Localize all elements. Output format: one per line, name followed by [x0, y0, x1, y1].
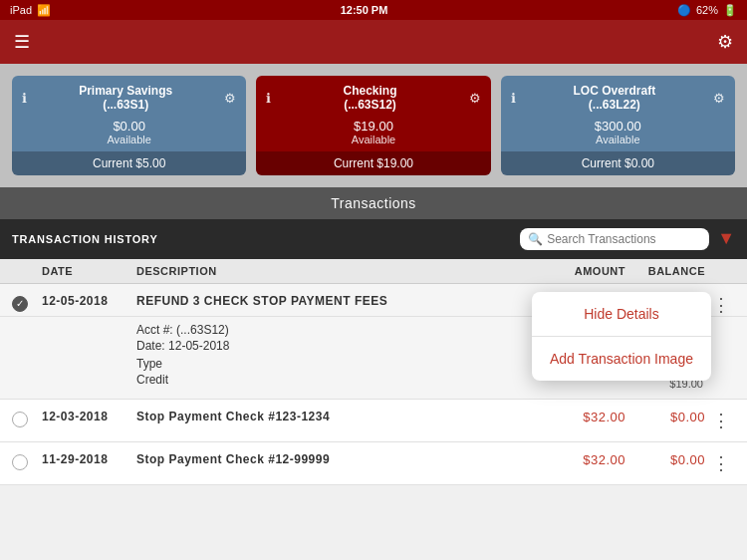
- row-desc-2: Stop Payment Check #123-1234: [136, 410, 536, 423]
- account-name-checking: Checking: [271, 84, 468, 98]
- detail-date-value: 12-05-2018: [168, 339, 229, 353]
- detail-date-label: Date:: [136, 339, 165, 353]
- row-check-1[interactable]: ✓: [12, 294, 42, 312]
- account-available-checking: Available: [262, 134, 484, 145]
- account-number-savings: (...63S1): [27, 98, 224, 112]
- more-options-icon-1[interactable]: ⋮: [712, 294, 729, 316]
- bluetooth-icon: 🔵: [677, 4, 691, 17]
- table-row: 12-03-2018 Stop Payment Check #123-1234 …: [0, 400, 747, 442]
- account-balance-savings: $0.00: [18, 119, 240, 134]
- account-body-savings: $0.00 Available: [12, 117, 246, 151]
- transactions-list: ✓ 12-05-2018 REFUND 3 CHECK STOP PAYMENT…: [0, 284, 747, 485]
- account-current-checking: Current $19.00: [256, 151, 490, 175]
- row-balance-3: $0.00: [625, 452, 705, 467]
- transactions-section-header: Transactions: [0, 187, 747, 219]
- gear-icon-loc[interactable]: ⚙: [713, 91, 725, 106]
- transaction-history-bar: TRANSACTION HISTORY 🔍 ▼: [0, 219, 747, 259]
- account-name-savings: Primary Savings: [27, 84, 224, 98]
- col-desc-header: DESCRIPTION: [136, 265, 536, 277]
- search-icon: 🔍: [528, 232, 543, 246]
- col-amount-header: AMOUNT: [536, 265, 625, 277]
- account-body-loc: $300.00 Available: [501, 117, 735, 151]
- account-card-primary-savings[interactable]: ℹ Primary Savings (...63S1) ⚙ $0.00 Avai…: [12, 76, 246, 175]
- row-balance-2: $0.00: [625, 410, 705, 424]
- history-label: TRANSACTION HISTORY: [12, 233, 158, 245]
- row-menu-2[interactable]: ⋮: [705, 410, 735, 431]
- table-row: 11-29-2018 Stop Payment Check #12-99999 …: [0, 442, 747, 485]
- hide-details-button[interactable]: Hide Details: [532, 292, 711, 337]
- row-date-2: 12-03-2018: [42, 410, 136, 423]
- row-amount-3: $32.00: [536, 452, 625, 467]
- account-card-header-loc: ℹ LOC Overdraft (...63L22) ⚙: [501, 76, 735, 117]
- status-time: 12:50 PM: [341, 4, 388, 16]
- add-transaction-image-button[interactable]: Add Transaction Image: [532, 337, 711, 381]
- more-options-icon-2[interactable]: ⋮: [712, 410, 729, 431]
- account-current-loc: Current $0.00: [501, 151, 735, 175]
- row-amount-2: $32.00: [536, 410, 625, 424]
- battery-icon: 🔋: [723, 4, 737, 17]
- row-date-1: 12-05-2018: [42, 294, 136, 308]
- battery-text: 62%: [696, 4, 718, 16]
- search-input[interactable]: [547, 232, 686, 246]
- checkmark-icon: ✓: [16, 298, 24, 309]
- settings-icon[interactable]: ⚙: [717, 31, 733, 53]
- account-card-header-savings: ℹ Primary Savings (...63S1) ⚙: [12, 76, 246, 117]
- account-balance-loc: $300.00: [507, 119, 729, 134]
- search-filter-row: 🔍 ▼: [520, 228, 735, 250]
- gear-icon-savings[interactable]: ⚙: [224, 91, 236, 106]
- table-header: DATE DESCRIPTION AMOUNT BALANCE: [0, 259, 747, 284]
- account-current-savings: Current $5.00: [12, 151, 246, 175]
- row-check-2[interactable]: [12, 410, 42, 427]
- info-icon-loc[interactable]: ℹ: [511, 91, 516, 106]
- info-icon-checking[interactable]: ℹ: [266, 91, 271, 106]
- status-right: 🔵 62% 🔋: [677, 4, 737, 17]
- check-circle-2[interactable]: [12, 412, 28, 427]
- account-card-loc[interactable]: ℹ LOC Overdraft (...63L22) ⚙ $300.00 Ava…: [501, 76, 735, 175]
- nav-bar: ☰ ⚙: [0, 20, 747, 64]
- row-menu-3[interactable]: ⋮: [705, 452, 735, 474]
- info-icon-savings[interactable]: ℹ: [22, 91, 27, 106]
- row-desc-3: Stop Payment Check #12-99999: [136, 452, 536, 466]
- check-circle-3[interactable]: [12, 454, 28, 470]
- account-number-checking: (...63S12): [271, 98, 468, 112]
- accounts-section: ℹ Primary Savings (...63S1) ⚙ $0.00 Avai…: [0, 64, 747, 187]
- account-card-header-checking: ℹ Checking (...63S12) ⚙: [256, 76, 490, 117]
- account-available-loc: Available: [507, 134, 729, 145]
- context-menu-1: Hide Details Add Transaction Image: [532, 292, 711, 381]
- table-row: ✓ 12-05-2018 REFUND 3 CHECK STOP PAYMENT…: [0, 284, 747, 317]
- gear-icon-checking[interactable]: ⚙: [469, 91, 481, 106]
- row-desc-1: REFUND 3 CHECK STOP PAYMENT FEES: [136, 294, 536, 308]
- account-body-checking: $19.00 Available: [256, 117, 490, 151]
- detail-acct-value: (...63S12): [176, 323, 229, 337]
- row-date-3: 11-29-2018: [42, 452, 136, 466]
- more-options-icon-3[interactable]: ⋮: [712, 452, 729, 474]
- wifi-icon: 📶: [37, 4, 51, 17]
- filter-icon[interactable]: ▼: [717, 228, 735, 249]
- status-bar: iPad 📶 12:50 PM 🔵 62% 🔋: [0, 0, 747, 20]
- account-available-savings: Available: [18, 134, 240, 145]
- account-number-loc: (...63L22): [516, 98, 713, 112]
- carrier-text: iPad: [10, 4, 32, 16]
- check-circle-1[interactable]: ✓: [12, 296, 28, 312]
- detail-acct-label: Acct #:: [136, 323, 173, 337]
- hamburger-icon[interactable]: ☰: [14, 31, 30, 53]
- col-date-header: DATE: [42, 265, 136, 277]
- row-check-3[interactable]: [12, 452, 42, 470]
- account-card-checking[interactable]: ℹ Checking (...63S12) ⚙ $19.00 Available…: [256, 76, 490, 175]
- search-box: 🔍: [520, 228, 709, 250]
- col-balance-header: BALANCE: [625, 265, 705, 277]
- status-left: iPad 📶: [10, 4, 51, 17]
- account-balance-checking: $19.00: [262, 119, 484, 134]
- account-name-loc: LOC Overdraft: [516, 84, 713, 98]
